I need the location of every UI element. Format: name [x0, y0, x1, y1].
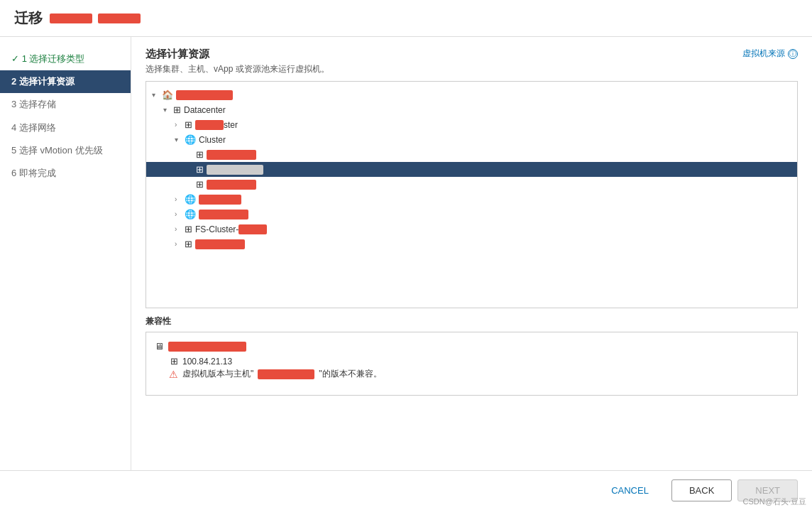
- folder-icon: 🏠: [162, 89, 173, 100]
- compat-host-row: ⊞ 100.84.21.13: [155, 354, 789, 368]
- tree-label-redacted: [176, 90, 233, 100]
- vm-source-link[interactable]: 虚拟机来源 ⓘ: [742, 48, 798, 60]
- tree-label: Cluster: [199, 135, 226, 145]
- datacenter-icon: ⊞: [173, 104, 181, 115]
- host-icon: ⊞: [185, 119, 192, 130]
- sidebar-item-step3[interactable]: 3 选择存储: [0, 93, 131, 116]
- tree-label: FS-Cluster-: [195, 224, 238, 234]
- content-header: 选择计算资源 选择集群、主机、vApp 或资源池来运行虚拟机。 虚拟机来源 ⓘ: [146, 48, 798, 75]
- header: 迁移: [0, 0, 812, 37]
- cancel-button[interactable]: CANCEL: [594, 480, 666, 501]
- tree-label-redacted: [207, 180, 256, 190]
- tree-label-redacted: [195, 120, 224, 130]
- tree-label-suffix: ster: [224, 120, 238, 130]
- tree-toggle[interactable]: ▾: [175, 136, 185, 143]
- error-text-redacted: [258, 369, 314, 379]
- sidebar: 1 选择迁移类型 2 选择计算资源 3 选择存储 4 选择网络 5 选择 vMo…: [0, 37, 131, 470]
- footer: CANCEL BACK NEXT: [0, 470, 812, 510]
- content-header-left: 选择计算资源 选择集群、主机、vApp 或资源池来运行虚拟机。: [146, 48, 329, 75]
- page-wrapper: 迁移 1 选择迁移类型 2 选择计算资源 3 选择存储 4 选择网络 5 选择 …: [0, 0, 812, 510]
- header-desc-redacted: [98, 13, 141, 23]
- tree-node-ip[interactable]: › ⊞: [146, 237, 797, 251]
- host-icon2: ⊞: [170, 356, 178, 367]
- error-text-suffix: "的版本不兼容。: [319, 368, 381, 380]
- tree-toggle[interactable]: ›: [175, 240, 185, 248]
- tree-label: Datacenter: [184, 105, 226, 115]
- content-description: 选择集群、主机、vApp 或资源池来运行虚拟机。: [146, 63, 329, 75]
- next-button[interactable]: NEXT: [737, 479, 798, 501]
- error-icon: ⚠: [169, 369, 178, 380]
- tree-node-host3[interactable]: ⊞: [146, 177, 797, 192]
- error-text-prefix: 虚拟机版本与主机": [182, 368, 253, 380]
- tree-node-host1[interactable]: ⊞: [146, 147, 797, 162]
- tree-toggle[interactable]: ›: [175, 195, 185, 203]
- compat-vm-row: 🖥: [155, 340, 789, 353]
- sidebar-item-step4[interactable]: 4 选择网络: [0, 116, 131, 139]
- cluster-icon: 🌐: [185, 209, 196, 219]
- tree-toggle[interactable]: ▾: [152, 91, 162, 99]
- sidebar-item-step5[interactable]: 5 选择 vMotion 优先级: [0, 139, 131, 162]
- tree-node-cluster1[interactable]: › ⊞ ster: [146, 117, 797, 132]
- compat-error-row: ⚠ 虚拟机版本与主机" "的版本不兼容。: [155, 368, 789, 380]
- tree-label-redacted: [207, 165, 263, 175]
- compat-vm-label-redacted: [168, 342, 246, 352]
- tree-label-redacted: [199, 195, 241, 205]
- tree-node-cluster2[interactable]: ▾ 🌐 Cluster: [146, 132, 797, 147]
- sidebar-item-step6[interactable]: 6 即将完成: [0, 162, 131, 185]
- tree-node-cluster4[interactable]: › 🌐: [146, 207, 797, 222]
- host-icon: ⊞: [196, 149, 204, 160]
- host-icon: ⊞: [196, 164, 204, 175]
- host-icon: ⊞: [185, 224, 192, 234]
- cluster-icon: 🌐: [185, 194, 196, 205]
- compatibility-panel: 🖥 ⊞ 100.84.21.13 ⚠ 虚拟机版本与主机" "的版本不兼容。: [146, 332, 798, 396]
- cluster-icon: 🌐: [185, 134, 196, 145]
- content-title: 选择计算资源: [146, 48, 329, 61]
- header-subtitle-redacted: [50, 13, 92, 23]
- tree-label-redacted: [195, 239, 245, 249]
- tree-node-root[interactable]: ▾ 🏠: [146, 87, 797, 102]
- tree-toggle[interactable]: ›: [175, 210, 185, 218]
- tree-label-redacted: [238, 224, 267, 234]
- compatibility-label: 兼容性: [146, 315, 798, 327]
- tree-toggle[interactable]: ›: [175, 121, 185, 129]
- page-title: 迁移: [14, 9, 43, 28]
- host-icon: ⊞: [185, 239, 192, 249]
- tree-label-redacted: [207, 150, 256, 160]
- info-icon: ⓘ: [788, 49, 798, 59]
- tree-node-cluster3[interactable]: › 🌐: [146, 192, 797, 207]
- tree-node-datacenter[interactable]: ▾ ⊞ Datacenter: [146, 102, 797, 117]
- compat-host-ip: 100.84.21.13: [182, 357, 232, 367]
- tree-node-fs-cluster[interactable]: › ⊞ FS-Cluster-: [146, 222, 797, 237]
- host-icon: ⊞: [196, 179, 204, 190]
- main-layout: 1 选择迁移类型 2 选择计算资源 3 选择存储 4 选择网络 5 选择 vMo…: [0, 37, 812, 470]
- tree-toggle[interactable]: ›: [175, 225, 185, 233]
- content-area: 选择计算资源 选择集群、主机、vApp 或资源池来运行虚拟机。 虚拟机来源 ⓘ …: [131, 37, 812, 470]
- tree-toggle[interactable]: ▾: [163, 106, 173, 114]
- tree-node-host2-selected[interactable]: ⊞: [146, 162, 797, 177]
- tree-label-redacted: [199, 210, 248, 219]
- vm-icon: 🖥: [155, 341, 164, 352]
- back-button[interactable]: BACK: [671, 479, 732, 501]
- resource-tree-panel: ▾ 🏠 ▾ ⊞ Datacenter › ⊞ ster: [146, 81, 798, 308]
- sidebar-item-step2[interactable]: 2 选择计算资源: [0, 70, 131, 93]
- sidebar-item-step1[interactable]: 1 选择迁移类型: [0, 48, 131, 70]
